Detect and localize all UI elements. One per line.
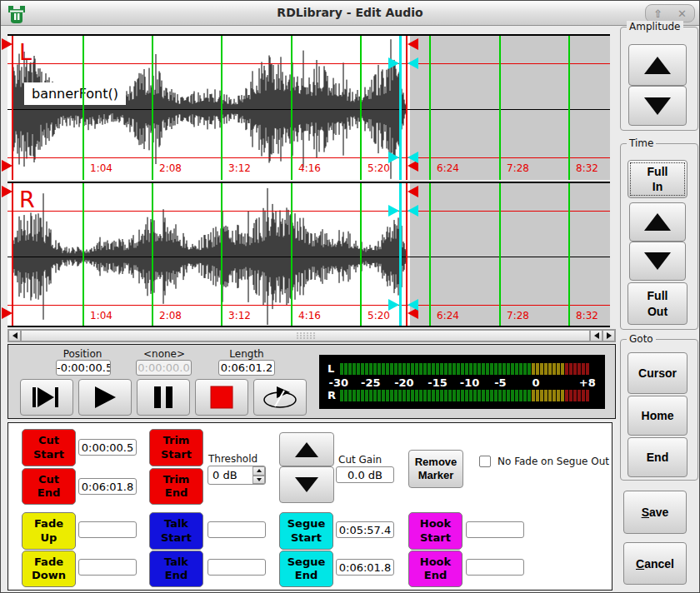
time-tick-label: 6:24 — [437, 162, 459, 174]
meter-segment — [494, 390, 498, 401]
threshold-spinbox[interactable]: 0 dB — [208, 466, 266, 485]
waveform-channel-left[interactable]: bannerFont() L 1:042:083:124:165:206:247… — [8, 34, 610, 180]
time-zoom-in-button[interactable] — [629, 202, 686, 242]
meter-segment — [344, 363, 348, 375]
meter-segment — [432, 363, 435, 375]
gain-down-button[interactable] — [279, 466, 334, 503]
meter-segment — [423, 390, 427, 401]
cut-end-button[interactable]: Cut End — [22, 468, 76, 505]
talk-end-field[interactable] — [208, 559, 266, 576]
amplitude-reference-line — [8, 211, 610, 212]
time-gridline — [152, 36, 153, 180]
loop-button[interactable] — [253, 379, 307, 416]
segue-end-button[interactable]: Segue End — [279, 551, 333, 587]
remove-marker-button[interactable]: Remove Marker — [408, 450, 463, 488]
fade-up-field[interactable] — [78, 521, 137, 538]
scroll-left-button[interactable] — [8, 330, 21, 341]
save-button[interactable]: Save — [623, 491, 687, 534]
time-tick-label: 7:28 — [507, 162, 529, 174]
close-window-icon[interactable]: ✕ — [678, 8, 687, 19]
meter-segment — [378, 363, 381, 375]
stop-button[interactable] — [195, 379, 248, 416]
channel-label-right: R — [19, 187, 35, 212]
fade-down-field[interactable] — [78, 559, 137, 576]
meter-segment — [523, 390, 527, 401]
titlebar[interactable]: RDLibrary - Edit Audio ⇧ ✕ — [1, 1, 699, 26]
play-button[interactable] — [78, 379, 132, 416]
scroll-right-button[interactable] — [602, 330, 615, 341]
gain-up-button[interactable] — [279, 432, 334, 466]
meter-right-label: R — [328, 389, 336, 401]
zero-axis-line — [8, 257, 610, 257]
cut-start-button[interactable]: Cut Start — [22, 429, 76, 466]
goto-end-button[interactable]: End — [628, 437, 688, 477]
meter-segment — [457, 390, 460, 401]
time-gridline — [82, 183, 84, 326]
spin-up-button[interactable] — [252, 466, 265, 476]
trim-start-button[interactable]: Trim Start — [149, 429, 203, 466]
position-field[interactable] — [56, 360, 111, 376]
time-gridline — [568, 36, 570, 180]
meter-segment — [552, 390, 556, 401]
segue-start-field[interactable] — [336, 521, 394, 538]
segue-start-button[interactable]: Segue Start — [279, 512, 333, 550]
waveform-channel-right[interactable]: R 1:042:083:124:165:206:247:288:32 — [8, 182, 610, 327]
length-field[interactable] — [218, 360, 275, 376]
spin-down-button[interactable] — [252, 476, 265, 485]
time-gridline — [429, 36, 431, 180]
meter-segment — [386, 390, 389, 401]
fade-down-button[interactable]: Fade Down — [22, 551, 76, 587]
waveform-display[interactable]: bannerFont() L 1:042:083:124:165:206:247… — [8, 34, 610, 327]
segue-end-field[interactable] — [336, 559, 394, 576]
meter-segment — [352, 363, 356, 375]
hook-start-button[interactable]: Hook Start — [408, 512, 462, 550]
cut-start-line[interactable] — [12, 183, 13, 326]
amplitude-down-button[interactable] — [628, 86, 687, 126]
hook-end-field[interactable] — [466, 559, 524, 576]
no-fade-label: No Fade on Segue Out — [498, 456, 609, 467]
time-full-out-button[interactable]: Full Out — [628, 282, 688, 325]
pause-button[interactable] — [137, 379, 190, 416]
segue-start-line[interactable] — [399, 183, 402, 326]
meter-segment — [519, 390, 522, 401]
goto-cursor-button[interactable]: Cursor — [628, 352, 688, 394]
goto-home-button[interactable]: Home — [628, 396, 688, 436]
cut-start-line[interactable] — [12, 36, 13, 180]
edit-audio-window: RDLibrary - Edit Audio ⇧ ✕ bannerFont() … — [0, 0, 700, 593]
cut-start-field[interactable] — [78, 439, 137, 456]
meter-segment — [428, 363, 431, 375]
trim-end-button[interactable]: Trim End — [149, 468, 203, 505]
scroll-left-button-2[interactable] — [590, 330, 602, 341]
time-tick-label: 8:32 — [576, 162, 598, 174]
meter-segment — [502, 363, 506, 375]
no-fade-checkbox[interactable] — [479, 456, 491, 467]
talk-start-field[interactable] — [208, 521, 266, 538]
talk-start-button[interactable]: Talk Start — [149, 512, 203, 550]
talk-end-button[interactable]: Talk End — [149, 551, 203, 587]
segue-start-line[interactable] — [399, 36, 402, 180]
play-from-start-button[interactable] — [20, 379, 73, 416]
marker-position-field[interactable] — [136, 360, 192, 376]
hook-start-field[interactable] — [466, 521, 524, 538]
time-full-in-button[interactable]: Full In — [628, 160, 688, 198]
hook-end-button[interactable]: Hook End — [408, 551, 462, 587]
shade-window-icon[interactable]: ⇧ — [653, 8, 662, 19]
time-tick-label: 5:20 — [368, 310, 390, 321]
segue-start-marker-arrow — [388, 299, 399, 311]
scrollbar-thumb[interactable] — [21, 330, 590, 341]
cancel-button[interactable]: Cancel — [623, 542, 687, 585]
cut-end-field[interactable] — [78, 478, 137, 495]
meter-segment — [465, 390, 468, 401]
meter-segment — [348, 363, 352, 375]
pause-icon — [152, 386, 174, 409]
down-arrow-icon — [644, 252, 671, 270]
fade-up-button[interactable]: Fade Up — [22, 512, 76, 550]
meter-segment — [507, 363, 510, 375]
time-zoom-out-button[interactable] — [629, 242, 686, 281]
cut-gain-field[interactable] — [336, 466, 394, 483]
spinner-buttons — [252, 466, 265, 484]
window-title: RDLibrary - Edit Audio — [1, 6, 699, 19]
waveform-scrollbar[interactable] — [8, 329, 616, 342]
amplitude-up-button[interactable] — [628, 44, 687, 86]
meter-segment — [344, 390, 348, 401]
